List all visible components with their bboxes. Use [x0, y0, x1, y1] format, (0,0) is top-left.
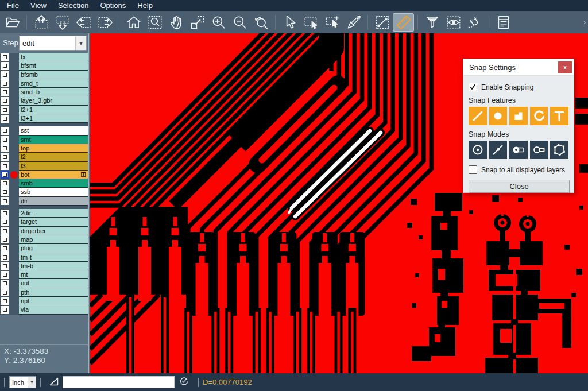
layer-checkbox[interactable]: [1, 71, 9, 79]
layer-field[interactable]: pth⊞: [19, 288, 88, 297]
layer-row-smb[interactable]: smb⊞: [0, 179, 88, 188]
select-group-button[interactable]: [322, 13, 343, 32]
layer-field[interactable]: map⊞: [19, 235, 88, 244]
layer-name[interactable]: bfsmt: [21, 62, 36, 69]
layer-row-ssb[interactable]: ssb⊞: [0, 188, 88, 196]
layer-checkbox[interactable]: [1, 197, 9, 205]
layer-row-l3+1[interactable]: l3+1⊞: [0, 114, 88, 123]
layer-name[interactable]: npt: [21, 297, 29, 304]
filter-button[interactable]: [421, 13, 443, 32]
layer-row-l3[interactable]: l3⊞: [0, 162, 88, 171]
layer-field[interactable]: smb⊞: [19, 179, 88, 188]
layer-name[interactable]: plug: [21, 245, 33, 251]
layer-checkbox[interactable]: [1, 127, 9, 135]
snap-mode-center-button[interactable]: [469, 141, 487, 159]
enable-snapping-checkbox[interactable]: [469, 83, 477, 91]
layer-row-npt[interactable]: npt⊞: [0, 297, 88, 305]
layer-name[interactable]: smt: [21, 136, 31, 143]
layer-field[interactable]: dir⊞: [19, 197, 88, 206]
layer-name[interactable]: l3+1: [21, 115, 33, 122]
zoom-window-button[interactable]: [144, 13, 165, 32]
layer-field[interactable]: dirgerber⊞: [19, 227, 88, 235]
layer-checkbox[interactable]: [1, 97, 9, 105]
layer-field[interactable]: via⊞: [19, 305, 88, 314]
layer-checkbox[interactable]: [1, 227, 9, 235]
layer-checkbox[interactable]: [1, 280, 9, 288]
zoom-dynamic-button[interactable]: [187, 13, 208, 32]
layer-checkbox[interactable]: [1, 153, 9, 161]
snap-mode-slot-filled-button[interactable]: [509, 141, 528, 159]
refresh-icon[interactable]: [179, 376, 189, 388]
layer-row-out[interactable]: out⊞: [0, 279, 88, 288]
layer-checkbox[interactable]: [1, 188, 9, 196]
layer-field[interactable]: smd_t⊞: [19, 79, 88, 88]
layer-row-smt[interactable]: smt⊞: [0, 136, 88, 144]
layer-field[interactable]: l3⊞: [19, 162, 88, 171]
layer-checkbox[interactable]: [1, 262, 9, 270]
layer-field[interactable]: smd_b⊞: [19, 88, 88, 96]
layer-checkbox[interactable]: [1, 115, 9, 123]
snap-all-layers-checkbox[interactable]: [469, 165, 477, 174]
layer-checkbox[interactable]: [1, 288, 9, 296]
layer-name[interactable]: out: [21, 280, 29, 287]
layer-row-smd_b[interactable]: smd_b⊞: [0, 88, 88, 96]
layer-checkbox[interactable]: [1, 162, 9, 170]
layer-name[interactable]: 2dir--: [21, 210, 36, 216]
layer-row-target[interactable]: target⊞: [0, 218, 88, 226]
menu-view[interactable]: View: [25, 1, 52, 11]
layer-name[interactable]: top: [21, 145, 29, 152]
import-up-button[interactable]: [30, 13, 52, 32]
shift-left-button[interactable]: [73, 13, 94, 32]
menu-help[interactable]: Help: [131, 1, 158, 11]
layer-checkbox[interactable]: [1, 235, 9, 243]
dialog-title-bar[interactable]: Snap Settings x: [463, 59, 574, 76]
layer-field[interactable]: out⊞: [19, 279, 88, 288]
layer-field[interactable]: l2+1⊞: [19, 106, 88, 114]
dialog-close-icon[interactable]: x: [558, 61, 572, 73]
layer-name[interactable]: fx: [21, 53, 26, 60]
angle-measure-icon[interactable]: [49, 376, 59, 389]
layer-row-mt[interactable]: mt⊞: [0, 270, 88, 279]
snap-feature-line-button[interactable]: [469, 107, 487, 125]
layer-field[interactable]: bfsmt⊞: [19, 61, 88, 70]
toolbar-overflow-icon[interactable]: ›: [583, 18, 586, 26]
layer-name[interactable]: dir: [21, 198, 28, 204]
layer-row-dir[interactable]: dir⊞: [0, 197, 88, 206]
layer-checkbox[interactable]: [1, 106, 9, 114]
layer-field[interactable]: l2⊞: [19, 153, 88, 161]
layer-field[interactable]: plug⊞: [19, 244, 88, 253]
layer-name[interactable]: smd_t: [21, 80, 38, 87]
layer-row-pth[interactable]: pth⊞: [0, 288, 88, 297]
layer-checkbox[interactable]: [1, 306, 9, 314]
layer-name[interactable]: smd_b: [21, 88, 40, 95]
layer-field[interactable]: bot⊞: [19, 171, 88, 179]
layer-name[interactable]: sst: [21, 127, 29, 134]
snap-mode-contour-button[interactable]: [550, 141, 568, 159]
zoom-previous-button[interactable]: [250, 13, 272, 32]
step-select[interactable]: edit ▾: [19, 36, 87, 51]
layer-name[interactable]: tm-t: [21, 254, 32, 261]
layer-name[interactable]: layer_3.gbr: [21, 97, 52, 104]
import-down-button[interactable]: [52, 13, 73, 32]
layer-field[interactable]: ssb⊞: [19, 188, 88, 196]
shift-right-button[interactable]: [94, 13, 115, 32]
layer-field[interactable]: smt⊞: [19, 136, 88, 144]
layer-checkbox[interactable]: [1, 253, 9, 261]
layer-checkbox[interactable]: [1, 210, 9, 218]
layer-row-bot[interactable]: bot⊞: [0, 171, 88, 179]
layer-row-via[interactable]: via⊞: [0, 305, 88, 314]
layer-field[interactable]: layer_3.gbr⊞: [19, 96, 88, 105]
clean-button[interactable]: [343, 13, 364, 32]
layer-checkbox[interactable]: [1, 297, 9, 305]
snap-feature-text-button[interactable]: [550, 107, 568, 125]
layer-name[interactable]: l3: [21, 162, 26, 169]
layer-field[interactable]: target⊞: [19, 218, 88, 226]
measure-input[interactable]: [63, 376, 175, 388]
dialog-close-button[interactable]: Close: [469, 180, 570, 193]
layer-row-2dir--[interactable]: 2dir--⊞: [0, 209, 88, 218]
layer-field[interactable]: 2dir--⊞: [19, 209, 88, 218]
select-window-button[interactable]: [300, 13, 322, 32]
layer-checkbox[interactable]: [1, 245, 9, 253]
layer-checkbox[interactable]: [1, 171, 9, 179]
layer-row-top[interactable]: top⊞: [0, 144, 88, 153]
